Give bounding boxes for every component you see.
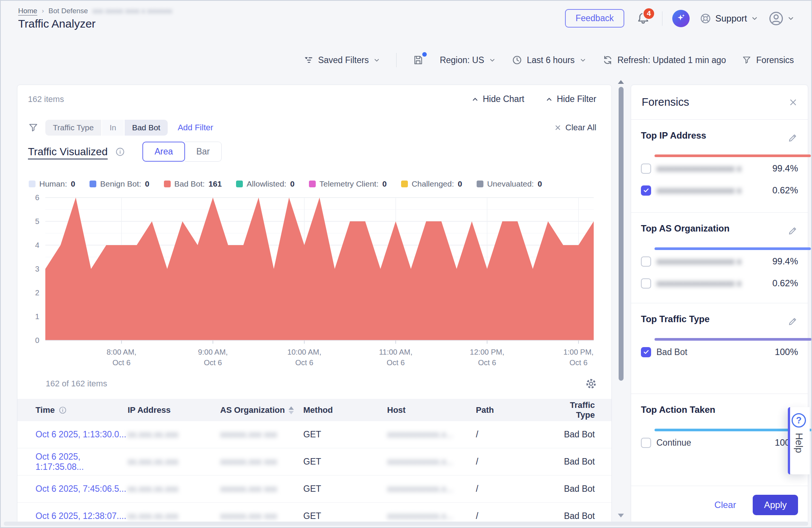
close-icon bbox=[554, 124, 562, 131]
legend-item-bad-bot[interactable]: Bad Bot:161 bbox=[164, 179, 222, 188]
edit-icon[interactable] bbox=[787, 133, 798, 143]
forensics-toggle[interactable]: Forensics bbox=[742, 55, 794, 65]
column-header-as-org[interactable]: AS Organization bbox=[220, 405, 303, 415]
save-icon bbox=[412, 54, 424, 66]
legend-swatch bbox=[90, 181, 96, 187]
method-cell: GET bbox=[303, 484, 387, 494]
table-count: 162 of 162 items bbox=[46, 379, 107, 389]
scrollbar-thumb[interactable] bbox=[619, 87, 624, 381]
sparkle-icon bbox=[676, 12, 686, 25]
svg-text:Oct 6: Oct 6 bbox=[478, 358, 496, 367]
hide-chart-button[interactable]: Hide Chart bbox=[471, 94, 524, 104]
avatar-icon bbox=[768, 11, 784, 26]
legend-item-telemetry-client[interactable]: Telemetry Client:0 bbox=[309, 179, 387, 188]
notifications-button[interactable]: 4 bbox=[634, 9, 652, 28]
traffic-table: Time IP Address AS Organization Method H… bbox=[17, 399, 611, 524]
svg-text:Oct 6: Oct 6 bbox=[204, 358, 222, 367]
as-org-cell: xxxxxx.xxx xxx bbox=[220, 457, 303, 467]
legend-label: Bad Bot: bbox=[174, 179, 205, 188]
traffic-type-cell: Bad Bot bbox=[556, 511, 595, 521]
item-label: Continue bbox=[656, 438, 691, 448]
breadcrumb-bot-defense[interactable]: Bot Defense bbox=[48, 7, 88, 15]
scroll-down-arrow[interactable] bbox=[618, 514, 624, 517]
item-value: 0.62% bbox=[772, 278, 798, 289]
forensics-section-top-ip: Top IP Address xxxxxxxxxxxxxxxxxx x 99.4… bbox=[631, 120, 808, 213]
saved-filters-menu[interactable]: Saved Filters bbox=[304, 55, 380, 65]
time-link[interactable]: Oct 6 2025, 1:17:35.08... bbox=[36, 452, 128, 472]
hide-filter-button[interactable]: Hide Filter bbox=[545, 94, 596, 104]
checkbox[interactable] bbox=[641, 278, 651, 289]
edit-icon[interactable] bbox=[787, 316, 798, 327]
filter-lines-icon bbox=[304, 55, 313, 65]
filter-operator-chip[interactable]: In bbox=[102, 120, 124, 136]
user-menu[interactable] bbox=[768, 11, 795, 26]
forensics-item: xxxxxxxxxxxxxxxxxx x 0.62% bbox=[641, 180, 798, 201]
funnel-icon bbox=[742, 55, 752, 65]
legend-item-unevaluated[interactable]: Unevaluated:0 bbox=[477, 179, 542, 188]
help-button[interactable]: ? Help bbox=[788, 407, 810, 474]
checkbox[interactable] bbox=[641, 438, 651, 448]
time-range-selector[interactable]: Last 6 hours bbox=[512, 55, 587, 65]
forensics-item: xxxxxxxxxxxxxxxxxx x 0.62% bbox=[641, 273, 798, 294]
host-cell: xxxxxxxxxxxx.x... bbox=[387, 511, 476, 521]
info-icon[interactable] bbox=[115, 147, 125, 157]
legend-item-benign-bot[interactable]: Benign Bot:0 bbox=[90, 179, 149, 188]
legend-value: 0 bbox=[537, 179, 542, 188]
time-link[interactable]: Oct 6 2025, 7:45:06.5... bbox=[36, 484, 126, 494]
legend-item-challenged[interactable]: Challenged:0 bbox=[401, 179, 462, 188]
scroll-up-arrow[interactable] bbox=[618, 80, 624, 84]
breadcrumb-home-link[interactable]: Home bbox=[18, 7, 37, 15]
refresh-button[interactable]: Refresh: Updated 1 min ago bbox=[602, 55, 726, 65]
traffic-panel: 162 items Hide Chart Hide Filter bbox=[17, 85, 612, 524]
time-link[interactable]: Oct 6 2025, 1:13:30.0... bbox=[36, 429, 126, 440]
ai-assistant-button[interactable] bbox=[672, 10, 690, 27]
svg-text:0: 0 bbox=[35, 336, 39, 344]
legend-item-allowlisted[interactable]: Allowlisted:0 bbox=[236, 179, 295, 188]
feedback-button[interactable]: Feedback bbox=[565, 9, 624, 28]
region-selector[interactable]: Region: US bbox=[440, 55, 496, 65]
traffic-type-cell: Bad Bot bbox=[556, 429, 595, 440]
checkbox-checked[interactable] bbox=[641, 347, 651, 357]
time-link[interactable]: Oct 6 2025, 12:38:07.... bbox=[36, 511, 126, 521]
column-header-time[interactable]: Time bbox=[25, 405, 128, 415]
clear-button[interactable]: Clear bbox=[715, 500, 736, 510]
gear-icon[interactable] bbox=[585, 378, 597, 390]
legend-swatch bbox=[309, 181, 316, 187]
add-filter-button[interactable]: Add Filter bbox=[178, 123, 213, 133]
column-header-method: Method bbox=[303, 405, 387, 415]
as-org-cell: xxxxxx.xxx xxx bbox=[220, 484, 303, 494]
column-header-host: Host bbox=[387, 405, 476, 415]
header-divider bbox=[662, 11, 662, 26]
checkbox-checked[interactable] bbox=[641, 185, 651, 196]
toolbar-divider bbox=[396, 53, 397, 67]
svg-text:Oct 6: Oct 6 bbox=[295, 358, 313, 367]
forensics-label: Forensics bbox=[756, 55, 794, 65]
info-icon bbox=[59, 406, 67, 414]
legend-label: Telemetry Client: bbox=[320, 179, 378, 188]
clear-all-button[interactable]: Clear All bbox=[554, 123, 596, 133]
filter-value-chip[interactable]: Bad Bot bbox=[125, 120, 168, 136]
filter-field-chip[interactable]: Traffic Type bbox=[45, 120, 101, 136]
method-cell: GET bbox=[303, 511, 387, 521]
horizontal-scrollbar[interactable] bbox=[4, 522, 808, 526]
page-title: Traffic Analyzer bbox=[18, 17, 96, 30]
area-toggle-button[interactable]: Area bbox=[142, 142, 185, 162]
distribution-bar bbox=[655, 338, 812, 341]
edit-icon[interactable] bbox=[787, 225, 798, 236]
table-row: Oct 6 2025, 1:17:35.08... xx.xxx.xx.xxx … bbox=[17, 448, 611, 476]
support-menu[interactable]: Support bbox=[699, 12, 758, 25]
breadcrumb-separator: › bbox=[42, 7, 44, 15]
unsaved-dot bbox=[422, 52, 427, 57]
save-filter-button[interactable] bbox=[412, 54, 424, 66]
svg-text:1: 1 bbox=[35, 312, 39, 321]
checkbox[interactable] bbox=[641, 256, 651, 267]
checkbox[interactable] bbox=[641, 164, 651, 174]
legend-item-human[interactable]: Human:0 bbox=[29, 179, 75, 188]
legend-swatch bbox=[236, 181, 243, 187]
forensics-item: xxxxxxxxxxxxxxxxxx x 99.4% bbox=[641, 251, 798, 272]
section-title: Top Traffic Type bbox=[641, 314, 710, 324]
apply-button[interactable]: Apply bbox=[753, 495, 798, 515]
bar-toggle-button[interactable]: Bar bbox=[185, 142, 222, 162]
svg-text:5: 5 bbox=[35, 217, 39, 225]
close-icon[interactable] bbox=[788, 97, 798, 107]
